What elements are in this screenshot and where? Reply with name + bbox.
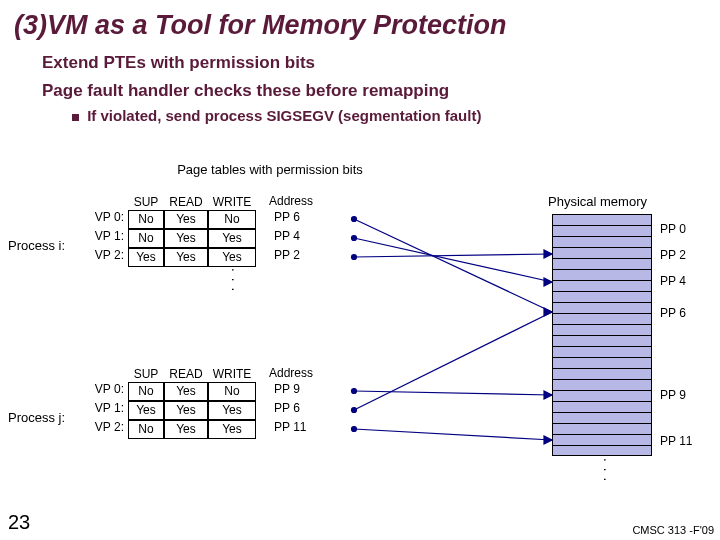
table-row: VP 2: Yes Yes Yes PP 2	[86, 248, 326, 267]
phys-page	[552, 313, 652, 324]
phys-page	[552, 390, 652, 401]
cell-addr: PP 6	[256, 401, 326, 420]
col-read-header: READ	[164, 366, 208, 382]
col-write-header: WRITE	[208, 366, 256, 382]
phys-page	[552, 445, 652, 456]
diagram: Process i: SUP READ WRITE Address VP 0: …	[0, 188, 720, 508]
table-row: VP 1: No Yes Yes PP 4	[86, 229, 326, 248]
diagram-caption: Page tables with permission bits	[140, 156, 400, 179]
cell-addr: PP 6	[256, 210, 326, 229]
slide-number: 23	[8, 511, 30, 534]
bullet-page-fault: Page fault handler checks these before r…	[0, 75, 720, 103]
pp-label: PP 6	[660, 306, 686, 320]
table-row: VP 1: Yes Yes Yes PP 6	[86, 401, 326, 420]
vp-label: VP 1:	[86, 229, 128, 248]
cell-sup: No	[128, 420, 164, 439]
phys-page	[552, 434, 652, 445]
phys-page	[552, 357, 652, 368]
pp-label: PP 9	[660, 388, 686, 402]
phys-page	[552, 291, 652, 302]
phys-page	[552, 335, 652, 346]
cell-write: Yes	[208, 229, 256, 248]
phys-page	[552, 269, 652, 280]
slide-title: (3)VM as a Tool for Memory Protection	[0, 0, 720, 47]
vertical-ellipsis-icon: · · ·	[226, 268, 242, 292]
page-table-i: SUP READ WRITE Address VP 0: No Yes No P…	[86, 194, 326, 267]
pp-label: PP 2	[660, 248, 686, 262]
phys-page	[552, 225, 652, 236]
phys-page	[552, 280, 652, 291]
cell-write: No	[208, 210, 256, 229]
cell-read: Yes	[164, 420, 208, 439]
col-sup-header: SUP	[128, 194, 164, 210]
cell-sup: No	[128, 210, 164, 229]
cell-read: Yes	[164, 248, 208, 267]
phys-page	[552, 324, 652, 335]
phys-page	[552, 368, 652, 379]
vp-label: VP 0:	[86, 382, 128, 401]
phys-page	[552, 302, 652, 313]
table-row: VP 0: No Yes No PP 6	[86, 210, 326, 229]
cell-sup: Yes	[128, 248, 164, 267]
cell-addr: PP 9	[256, 382, 326, 401]
physical-memory	[552, 214, 652, 456]
cell-read: Yes	[164, 382, 208, 401]
phys-page	[552, 214, 652, 225]
phys-page	[552, 379, 652, 390]
pp-label: PP 11	[660, 434, 692, 448]
phys-page	[552, 412, 652, 423]
physical-memory-label: Physical memory	[548, 194, 647, 209]
process-i-label: Process i:	[8, 238, 65, 253]
cell-addr: PP 11	[256, 420, 326, 439]
cell-sup: No	[128, 229, 164, 248]
col-addr-header: Address	[256, 366, 326, 382]
pp-label: PP 0	[660, 222, 686, 236]
course-footer: CMSC 313 -F'09	[632, 524, 714, 536]
cell-sup: Yes	[128, 401, 164, 420]
sub-bullet-text: If violated, send process SIGSEGV (segme…	[87, 107, 481, 124]
col-read-header: READ	[164, 194, 208, 210]
process-j-label: Process j:	[8, 410, 65, 425]
cell-write: Yes	[208, 401, 256, 420]
vp-label: VP 2:	[86, 420, 128, 439]
phys-page	[552, 247, 652, 258]
cell-addr: PP 2	[256, 248, 326, 267]
cell-write: Yes	[208, 420, 256, 439]
vp-label: VP 0:	[86, 210, 128, 229]
table-header-row: SUP READ WRITE Address	[86, 366, 326, 382]
cell-write: Yes	[208, 248, 256, 267]
phys-page	[552, 258, 652, 269]
vertical-ellipsis-icon: · · ·	[598, 458, 614, 482]
col-addr-header: Address	[256, 194, 326, 210]
cell-sup: No	[128, 382, 164, 401]
vp-label: VP 2:	[86, 248, 128, 267]
phys-page	[552, 346, 652, 357]
sub-bullet-sigsegv: If violated, send process SIGSEGV (segme…	[0, 103, 720, 124]
phys-page	[552, 236, 652, 247]
col-write-header: WRITE	[208, 194, 256, 210]
pp-label: PP 4	[660, 274, 686, 288]
page-table-j: SUP READ WRITE Address VP 0: No Yes No P…	[86, 366, 326, 439]
cell-addr: PP 4	[256, 229, 326, 248]
cell-read: Yes	[164, 210, 208, 229]
col-sup-header: SUP	[128, 366, 164, 382]
table-row: VP 2: No Yes Yes PP 11	[86, 420, 326, 439]
bullet-extend-ptes: Extend PTEs with permission bits	[0, 47, 720, 75]
cell-read: Yes	[164, 401, 208, 420]
table-row: VP 0: No Yes No PP 9	[86, 382, 326, 401]
cell-write: No	[208, 382, 256, 401]
phys-page	[552, 401, 652, 412]
cell-read: Yes	[164, 229, 208, 248]
phys-page	[552, 423, 652, 434]
vp-label: VP 1:	[86, 401, 128, 420]
table-header-row: SUP READ WRITE Address	[86, 194, 326, 210]
